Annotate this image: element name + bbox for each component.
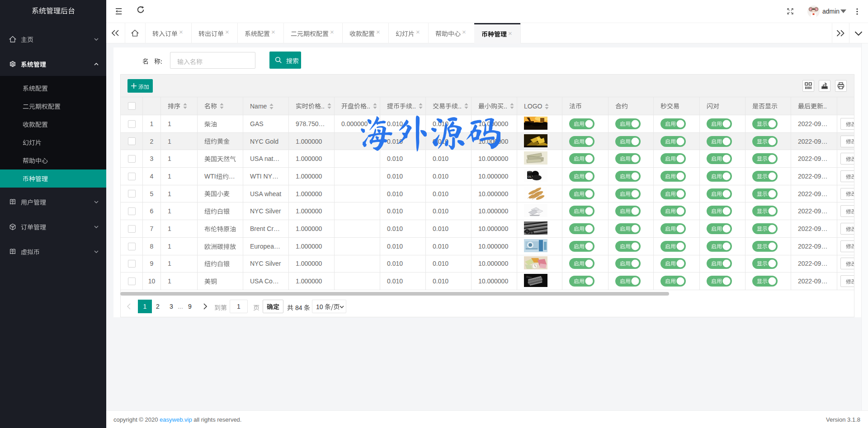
svg-text:OIL: OIL [528,175,532,178]
